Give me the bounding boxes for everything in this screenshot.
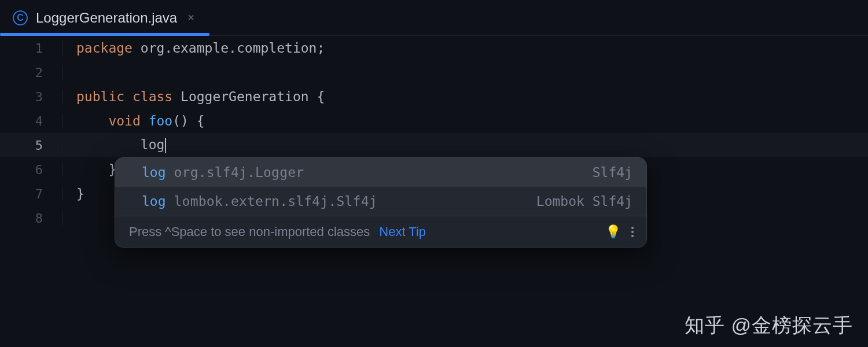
completion-item[interactable]: log lombok.extern.slf4j.Slf4j Lombok Slf… (115, 187, 646, 216)
completion-popup: log org.slf4j.Logger Slf4j log lombok.ex… (115, 157, 647, 248)
java-class-icon: C (13, 10, 28, 25)
code-line: 4 void foo() { (0, 109, 868, 133)
code-editor[interactable]: 1 package org.example.completion; 2 3 pu… (0, 36, 868, 347)
line-number: 7 (0, 187, 62, 201)
code-text: log (62, 137, 166, 153)
code-line-current: 5 log (0, 133, 868, 157)
lightbulb-icon[interactable]: 💡 (605, 224, 621, 239)
code-line: 2 (0, 60, 868, 84)
completion-item-detail: org.slf4j.Logger (174, 165, 304, 180)
code-text: } (62, 186, 84, 201)
line-number: 5 (0, 138, 62, 153)
completion-footer-hint: Press ^Space to see non-imported classes (129, 224, 370, 239)
completion-item-main: log (142, 194, 166, 209)
line-number: 4 (0, 114, 62, 128)
next-tip-link[interactable]: Next Tip (379, 224, 426, 239)
text-caret (165, 138, 166, 153)
code-text: package org.example.completion; (62, 40, 325, 56)
completion-footer: Press ^Space to see non-imported classes… (115, 216, 646, 247)
close-icon[interactable]: × (185, 11, 194, 24)
completion-item-main: log (142, 165, 166, 180)
completion-item-detail: lombok.extern.slf4j.Slf4j (174, 194, 377, 209)
watermark-text: 知乎 @金榜探云手 (685, 312, 853, 339)
line-number: 3 (0, 90, 62, 104)
line-number: 2 (0, 65, 62, 80)
line-number: 1 (0, 41, 62, 56)
code-line: 1 package org.example.completion; (0, 36, 868, 60)
code-text: public class LoggerGeneration { (62, 89, 325, 104)
tab-filename: LoggerGeneration.java (36, 10, 177, 26)
editor-tabbar: C LoggerGeneration.java × (0, 0, 868, 36)
tab-active[interactable]: C LoggerGeneration.java × (0, 0, 209, 35)
completion-item-tail: Slf4j (593, 165, 632, 180)
line-number: 6 (0, 163, 62, 177)
more-icon[interactable] (627, 224, 635, 239)
line-number: 8 (0, 211, 62, 226)
code-text: void foo() { (62, 113, 205, 128)
completion-item[interactable]: log org.slf4j.Logger Slf4j (115, 158, 646, 187)
code-text: } (62, 162, 116, 177)
completion-item-tail: Lombok Slf4j (536, 194, 632, 209)
code-line: 3 public class LoggerGeneration { (0, 84, 868, 109)
